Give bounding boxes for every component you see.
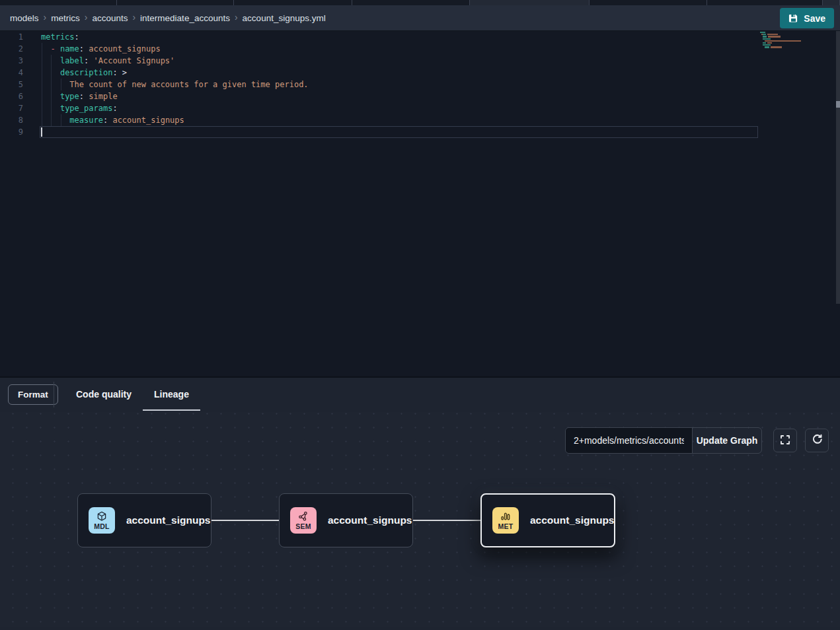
top-tab[interactable]	[117, 0, 234, 5]
update-graph-button[interactable]: Update Graph	[693, 428, 761, 453]
code-editor[interactable]: 123456789 metrics: - name: account_signu…	[0, 31, 840, 376]
top-tab[interactable]	[707, 0, 823, 5]
format-button[interactable]: Format	[8, 384, 58, 405]
code-line: type_params:	[41, 102, 309, 114]
top-tab[interactable]	[823, 0, 840, 5]
line-number: 9	[0, 126, 23, 138]
line-number: 8	[0, 114, 23, 126]
lineage-node-met[interactable]: METaccount_signups	[480, 493, 615, 547]
breadcrumb-item[interactable]: accounts	[92, 13, 128, 23]
bottom-panel: Format Code qualityLineage Update Graph	[0, 376, 840, 630]
top-tab[interactable]	[590, 0, 707, 5]
save-button[interactable]: Save	[780, 8, 834, 28]
panel-tabs-row: Format Code qualityLineage	[0, 378, 840, 411]
top-tab[interactable]	[352, 0, 470, 5]
chevron-right-icon: ›	[85, 13, 88, 22]
tab-code-quality[interactable]: Code quality	[65, 378, 143, 411]
node-badge: MDL	[89, 507, 115, 534]
lineage-selector-input[interactable]	[566, 428, 693, 453]
breadcrumb-item[interactable]: models	[10, 13, 39, 23]
panel-tabs: Code qualityLineage	[65, 378, 200, 411]
chevron-right-icon: ›	[132, 13, 135, 22]
top-tab-strip[interactable]	[0, 0, 840, 5]
save-icon	[788, 13, 798, 23]
breadcrumb-item[interactable]: metrics	[51, 13, 80, 23]
code-line: label: 'Account Signups'	[41, 55, 309, 67]
lineage-edge	[413, 520, 480, 521]
lineage-node-sem[interactable]: SEMaccount_signups	[279, 493, 413, 547]
chevron-right-icon: ›	[235, 13, 238, 22]
lineage-canvas[interactable]: Update Graph MDLaccount_signupsSE	[0, 412, 840, 627]
breadcrumb-item[interactable]: intermediate_accounts	[140, 13, 230, 23]
lineage-selector-group: Update Graph	[565, 427, 762, 454]
line-numbers: 123456789	[0, 31, 23, 138]
node-label: account_signups	[126, 514, 210, 526]
node-badge: MET	[492, 507, 519, 534]
node-badge-label: MET	[498, 523, 513, 530]
top-tab[interactable]	[0, 0, 117, 5]
tab-lineage[interactable]: Lineage	[143, 378, 200, 411]
line-number: 5	[0, 79, 23, 90]
line-number: 1	[0, 31, 23, 43]
refresh-button[interactable]	[805, 429, 829, 452]
fullscreen-icon	[780, 435, 790, 447]
code-lines[interactable]: metrics: - name: account_signups label: …	[41, 31, 309, 138]
top-tab[interactable]	[234, 0, 352, 5]
line-number: 2	[0, 43, 23, 55]
line-number: 7	[0, 102, 23, 114]
code-line: metrics:	[41, 31, 309, 43]
app-window: models›metrics›accounts›intermediate_acc…	[0, 0, 840, 630]
node-label: account_signups	[530, 514, 614, 526]
code-line: type: simple	[41, 90, 309, 102]
node-badge: SEM	[290, 507, 317, 534]
node-label: account_signups	[328, 514, 412, 526]
top-tab[interactable]	[470, 0, 590, 5]
breadcrumb-bar: models›metrics›accounts›intermediate_acc…	[0, 5, 840, 31]
node-badge-label: MDL	[94, 523, 110, 530]
lineage-node-mdl[interactable]: MDLaccount_signups	[77, 493, 211, 547]
line-number: 6	[0, 90, 23, 102]
refresh-icon	[812, 434, 823, 447]
semantic-network-icon	[297, 510, 309, 523]
line-number: 4	[0, 67, 23, 79]
minimap[interactable]	[760, 32, 806, 51]
code-line: - name: account_signups	[41, 43, 309, 55]
cube-icon	[96, 510, 108, 523]
code-line: measure: account_signups	[41, 114, 309, 126]
chevron-right-icon: ›	[44, 13, 47, 22]
node-badge-label: SEM	[295, 523, 311, 530]
code-line	[41, 126, 309, 138]
breadcrumb-item[interactable]: account_signups.yml	[243, 13, 326, 23]
code-line: The count of new accounts for a given ti…	[41, 79, 309, 90]
breadcrumb: models›metrics›accounts›intermediate_acc…	[0, 13, 326, 23]
scrollbar-thumb[interactable]	[836, 101, 840, 108]
editor-scrollbar[interactable]	[836, 31, 840, 304]
code-line: description: >	[41, 67, 309, 79]
fullscreen-button[interactable]	[773, 429, 797, 452]
line-number: 3	[0, 55, 23, 67]
bar-chart-icon	[500, 510, 512, 523]
divider	[54, 382, 54, 407]
lineage-edge	[211, 520, 279, 521]
save-label: Save	[804, 13, 825, 24]
